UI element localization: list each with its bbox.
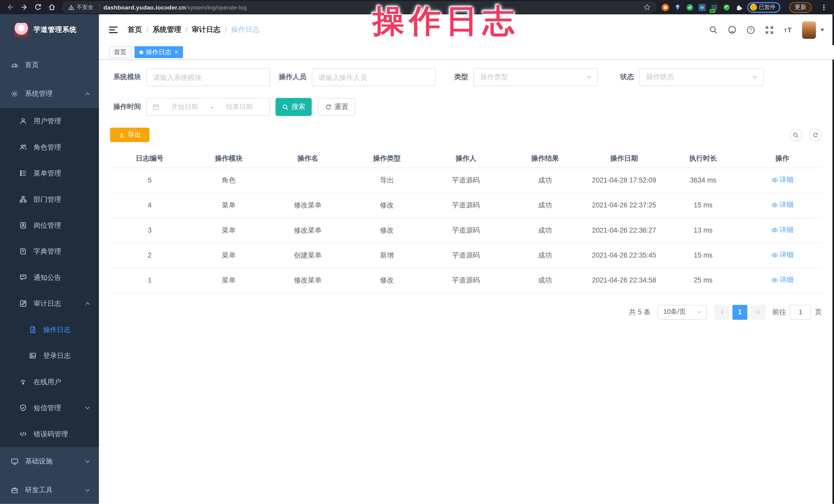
- page-size-select[interactable]: 10条/页: [658, 305, 707, 320]
- forward-icon[interactable]: [20, 3, 28, 11]
- ext-blue-diamond-icon[interactable]: [698, 3, 705, 11]
- breadcrumb-home[interactable]: 首页: [128, 25, 142, 35]
- cell-type: 新增: [347, 243, 426, 267]
- cell-module: 菜单: [189, 243, 268, 267]
- sidebar-item-notices[interactable]: 通知公告: [0, 264, 99, 290]
- search-icon[interactable]: [709, 25, 718, 34]
- browser-update-button[interactable]: 更新: [789, 2, 812, 12]
- chevron-down-icon: [85, 487, 90, 493]
- next-page-button[interactable]: [750, 305, 765, 320]
- briefcase-icon: [10, 486, 19, 494]
- detail-link[interactable]: 详细: [771, 175, 793, 185]
- sidebar-item-label: 菜单管理: [34, 168, 61, 178]
- col-duration: 执行时长: [664, 150, 743, 168]
- address-bar[interactable]: 不安全 dashboard.yudao.iocoder.cn /system/l…: [62, 2, 656, 13]
- operator-input[interactable]: [312, 68, 436, 86]
- tag-operate-log[interactable]: 操作日志 ×: [135, 46, 183, 58]
- sidebar-item-dictionary[interactable]: 字典管理: [0, 238, 99, 264]
- module-input[interactable]: [146, 68, 270, 86]
- col-action: 操作: [743, 150, 822, 168]
- detail-link[interactable]: 详细: [771, 200, 793, 210]
- sidebar-item-system[interactable]: 系统管理: [0, 79, 99, 108]
- reload-icon[interactable]: [34, 3, 42, 11]
- reset-button-label: 重置: [334, 102, 348, 112]
- cell-result: 成功: [505, 243, 585, 267]
- sidebar-item-online-users[interactable]: 在线用户: [0, 369, 99, 395]
- home-icon[interactable]: [48, 3, 56, 11]
- type-select[interactable]: 操作类型: [473, 68, 598, 86]
- fullscreen-icon[interactable]: [765, 25, 774, 34]
- export-button[interactable]: 导出: [110, 128, 150, 142]
- toggle-search-button[interactable]: [789, 129, 802, 141]
- cell-log-id: 4: [110, 193, 189, 217]
- hamburger-icon[interactable]: [109, 26, 118, 34]
- sidebar-item-label: 用户管理: [34, 116, 61, 126]
- cell-result: 成功: [505, 218, 585, 243]
- sidebar-item-login-log[interactable]: 登录日志: [0, 343, 99, 369]
- sidebar-item-error-codes[interactable]: 错误码管理: [0, 421, 99, 447]
- chevron-down-icon: [85, 458, 90, 464]
- sidebar-item-audit-log[interactable]: 审计日志: [0, 290, 99, 316]
- user-avatar[interactable]: [802, 21, 816, 39]
- github-icon[interactable]: [728, 25, 737, 34]
- ext-switch-icon[interactable]: on: [710, 3, 718, 11]
- date-end-placeholder: 结束日期: [214, 103, 264, 112]
- profile-paused-pill[interactable]: 已暂停: [747, 2, 780, 12]
- sidebar-item-dev-tools[interactable]: 研发工具: [0, 476, 99, 504]
- breadcrumb-audit[interactable]: 审计日志: [192, 25, 220, 35]
- status-select[interactable]: 操作状态: [639, 68, 764, 86]
- prev-page-button[interactable]: [714, 305, 729, 320]
- breadcrumb: 首页 / 系统管理 / 审计日志 / 操作日志: [128, 25, 260, 35]
- sidebar-item-sms[interactable]: 短信管理: [0, 395, 99, 421]
- help-icon[interactable]: ?: [746, 25, 755, 34]
- sidebar-item-departments[interactable]: 部门管理: [0, 186, 99, 212]
- col-name: 操作名: [268, 150, 347, 168]
- breadcrumb-system[interactable]: 系统管理: [153, 25, 181, 35]
- pagination-total: 共 5 条: [629, 307, 651, 317]
- filter-row-2: 操作时间 开始日期 - 结束日期 搜索 重置: [110, 98, 822, 116]
- font-size-icon[interactable]: TT: [783, 25, 792, 34]
- refresh-table-button[interactable]: [809, 129, 822, 141]
- list-icon: [19, 169, 27, 177]
- sidebar-item-label: 基础设施: [25, 457, 53, 466]
- ext-switch-on-badge: on: [709, 9, 715, 12]
- cell-date: 2021-04-26 22:34:58: [585, 267, 664, 292]
- type-select-placeholder: 操作类型: [480, 72, 586, 82]
- not-secure-warning-icon: [68, 4, 74, 10]
- ext-orange-icon[interactable]: [661, 3, 669, 11]
- caret-down-icon[interactable]: [820, 28, 825, 31]
- detail-link[interactable]: 详细: [771, 250, 793, 260]
- ext-pin-icon[interactable]: [674, 3, 681, 11]
- ext-green-v-icon[interactable]: [686, 3, 694, 11]
- refresh-icon: [812, 132, 818, 138]
- sidebar-item-posts[interactable]: 岗位管理: [0, 212, 99, 238]
- sidebar-item-users[interactable]: 用户管理: [0, 108, 99, 134]
- goto-page-input[interactable]: [790, 305, 811, 320]
- chevron-down-icon: [586, 74, 592, 81]
- id-badge-icon: [19, 221, 27, 229]
- tag-home[interactable]: 首页: [109, 46, 131, 58]
- ext-green-leaf-icon[interactable]: [723, 3, 730, 11]
- extensions-puzzle-icon[interactable]: [735, 3, 742, 11]
- detail-link[interactable]: 详细: [771, 225, 793, 235]
- sidebar-item-menus[interactable]: 菜单管理: [0, 160, 99, 186]
- reset-button[interactable]: 重置: [318, 98, 355, 116]
- sidebar-item-roles[interactable]: 角色管理: [0, 134, 99, 160]
- sidebar-item-label: 首页: [25, 60, 39, 70]
- back-icon[interactable]: [6, 3, 15, 11]
- bookmark-star-icon[interactable]: [643, 4, 650, 10]
- sidebar-item-infrastructure[interactable]: 基础设施: [0, 447, 99, 476]
- user-icon: [19, 117, 27, 125]
- tag-close-icon[interactable]: ×: [174, 49, 178, 55]
- date-range-picker[interactable]: 开始日期 - 结束日期: [146, 98, 270, 116]
- sidebar-item-home[interactable]: 首页: [0, 51, 99, 80]
- filter-row-1: 系统模块 操作人员 类型 操作类型 状态 操作状态: [110, 68, 822, 86]
- detail-link[interactable]: 详细: [771, 275, 793, 285]
- browser-menu-icon[interactable]: [820, 3, 828, 11]
- search-button[interactable]: 搜索: [276, 98, 312, 116]
- date-start-placeholder: 开始日期: [159, 103, 210, 112]
- sidebar-item-operate-log[interactable]: 操作日志: [0, 316, 99, 343]
- sidebar-logo-row[interactable]: 芋道管理系统: [0, 15, 99, 45]
- page-number-1[interactable]: 1: [732, 305, 747, 320]
- breadcrumb-current: 操作日志: [231, 25, 260, 35]
